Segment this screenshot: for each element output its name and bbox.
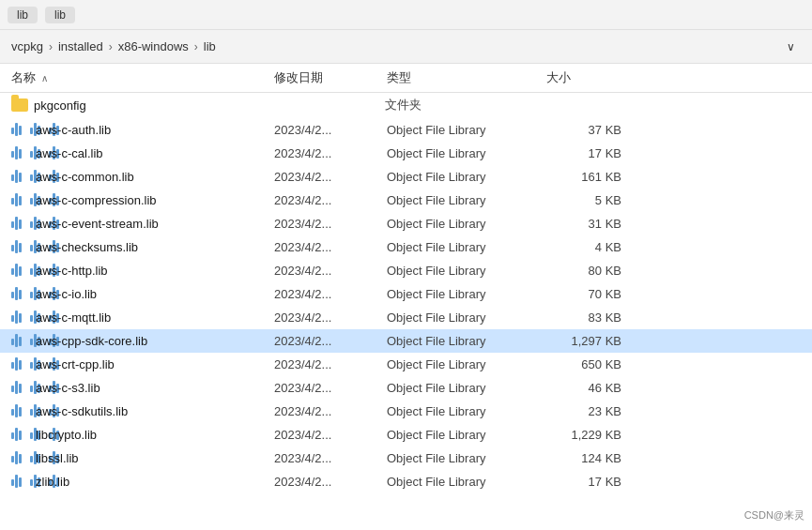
table-row[interactable]: libssl.lib 2023/4/2... Object File Libra… [0,447,812,470]
file-name: aws-c-compression.lib [36,193,274,207]
table-row[interactable]: aws-crt-cpp.lib 2023/4/2... Object File … [0,353,812,376]
file-date: 2023/4/2... [274,146,387,160]
col-header-type[interactable]: 类型 [387,69,546,86]
file-size: 161 KB [546,170,640,184]
breadcrumb-sep-1: › [49,40,53,53]
sort-arrow-name: ∧ [41,73,48,83]
file-name: aws-c-event-stream.lib [36,217,274,231]
lib-icon [11,216,30,231]
file-date: 2023/4/2... [274,217,387,231]
file-type: Object File Library [387,193,546,207]
file-name: libssl.lib [36,451,274,465]
file-date: 2023/4/2... [274,264,387,278]
file-type: 文件夹 [385,97,544,114]
file-name: aws-c-common.lib [36,170,274,184]
file-type: Object File Library [387,428,546,442]
file-date: 2023/4/2... [274,334,387,348]
lib-icon [11,427,30,442]
file-date: 2023/4/2... [274,381,387,395]
file-name: libcrypto.lib [36,428,274,442]
table-row[interactable]: zlib.lib 2023/4/2... Object File Library… [0,470,812,493]
file-name: aws-c-cal.lib [36,146,274,160]
table-row[interactable]: aws-c-auth.lib 2023/4/2... Object File L… [0,118,812,142]
file-size: 4 KB [546,240,640,254]
file-size: 37 KB [546,123,640,137]
file-type: Object File Library [387,404,546,418]
lib-icon [11,122,30,137]
file-name: aws-c-auth.lib [36,123,274,137]
table-row[interactable]: pkgconfig 文件夹 [0,93,812,118]
lib-icon [11,310,30,325]
file-name: aws-cpp-sdk-core.lib [36,334,274,348]
tab-lib2[interactable]: lib [45,7,75,23]
file-type: Object File Library [387,123,546,137]
table-row[interactable]: aws-checksums.lib 2023/4/2... Object Fil… [0,235,812,259]
lib-icon [11,169,30,184]
tab-lib[interactable]: lib [8,7,38,23]
file-type: Object File Library [387,146,546,160]
breadcrumb-installed[interactable]: installed [58,39,103,53]
file-size: 23 KB [546,404,640,418]
file-name: aws-crt-cpp.lib [36,357,274,371]
file-type: Object File Library [387,334,546,348]
table-row[interactable]: aws-c-common.lib 2023/4/2... Object File… [0,165,812,189]
file-size: 650 KB [546,357,640,371]
col-header-size[interactable]: 大小 [546,69,640,86]
file-type: Object File Library [387,240,546,254]
file-type: Object File Library [387,217,546,231]
file-type: Object File Library [387,264,546,278]
table-row[interactable]: aws-c-compression.lib 2023/4/2... Object… [0,189,812,212]
file-date: 2023/4/2... [274,240,387,254]
file-size: 46 KB [546,381,640,395]
file-type: Object File Library [387,287,546,301]
file-size: 17 KB [546,146,640,160]
file-list: pkgconfig 文件夹 aws-c-auth.lib 2023/4/2...… [0,93,812,527]
breadcrumb-lib[interactable]: lib [204,39,216,53]
table-row[interactable]: aws-c-s3.lib 2023/4/2... Object File Lib… [0,376,812,400]
file-date: 2023/4/2... [274,357,387,371]
table-row[interactable]: aws-cpp-sdk-core.lib 2023/4/2... Object … [0,329,812,353]
file-size: 31 KB [546,217,640,231]
lib-icon [11,333,30,348]
table-row[interactable]: aws-c-cal.lib 2023/4/2... Object File Li… [0,142,812,165]
lib-icon [11,403,30,418]
lib-icon [11,192,30,207]
breadcrumb-vcpkg[interactable]: vcpkg [11,39,43,53]
breadcrumb-bar: vcpkg › installed › x86-windows › lib ∨ [0,30,812,64]
folder-icon [11,98,28,112]
lib-icon [11,356,30,371]
table-row[interactable]: aws-c-sdkutils.lib 2023/4/2... Object Fi… [0,400,812,423]
file-type: Object File Library [387,357,546,371]
file-name: aws-c-io.lib [36,287,274,301]
col-header-name[interactable]: 名称 ∧ [11,69,274,86]
title-bar: lib lib [0,0,812,30]
file-name: aws-c-mqtt.lib [36,310,274,325]
breadcrumb-x86[interactable]: x86-windows [118,39,189,53]
file-size: 70 KB [546,287,640,301]
table-row[interactable]: aws-c-io.lib 2023/4/2... Object File Lib… [0,282,812,306]
lib-icon [11,145,30,160]
table-row[interactable]: aws-c-event-stream.lib 2023/4/2... Objec… [0,212,812,235]
table-row[interactable]: aws-c-http.lib 2023/4/2... Object File L… [0,259,812,282]
lib-icon [11,380,30,395]
file-date: 2023/4/2... [274,475,387,489]
file-name: aws-checksums.lib [36,240,274,254]
file-type: Object File Library [387,170,546,184]
file-type: Object File Library [387,451,546,465]
file-name: zlib.lib [36,475,274,489]
file-type: Object File Library [387,381,546,395]
breadcrumb-dropdown[interactable]: ∨ [781,38,801,55]
table-row[interactable]: libcrypto.lib 2023/4/2... Object File Li… [0,423,812,447]
file-date: 2023/4/2... [274,193,387,207]
breadcrumb-sep-3: › [194,40,198,53]
table-row[interactable]: aws-c-mqtt.lib 2023/4/2... Object File L… [0,306,812,329]
col-header-date[interactable]: 修改日期 [274,69,387,86]
file-size: 80 KB [546,264,640,278]
file-date: 2023/4/2... [274,404,387,418]
lib-icon [11,474,30,489]
file-size: 124 KB [546,451,640,465]
file-size: 5 KB [546,193,640,207]
lib-icon [11,239,30,254]
file-date: 2023/4/2... [274,287,387,301]
file-size: 1,229 KB [546,428,640,442]
